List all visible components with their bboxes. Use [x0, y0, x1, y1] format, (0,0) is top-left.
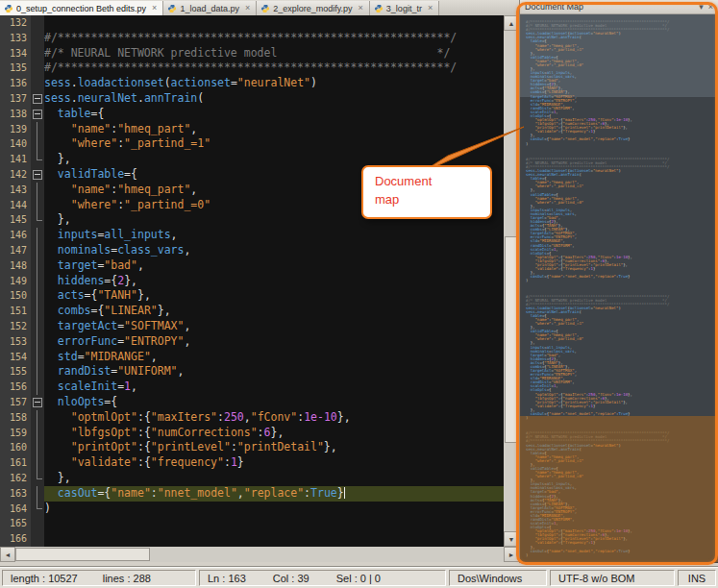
editor-line[interactable]: 156 scaleInit=1, [0, 380, 504, 395]
line-number: 144 [0, 198, 31, 213]
code-text: scaleInit=1, [44, 380, 504, 395]
fold-margin [31, 380, 44, 395]
editor-line[interactable]: 158 "optmlOpt":{"maxIters":250,"fConv":1… [0, 410, 504, 426]
tab-4[interactable]: 3_logit_tr× [370, 1, 439, 15]
scroll-up-button[interactable]: ▲ [504, 15, 519, 31]
editor-line[interactable]: 147 nominals=class_vars, [0, 243, 504, 258]
scroll-up-icon: ▲ [508, 20, 515, 27]
chevron-down-icon[interactable]: ▾ [699, 2, 704, 12]
close-icon[interactable]: × [708, 2, 713, 12]
fold-margin [31, 228, 44, 243]
editor-horizontal-scrollbar[interactable]: ◄ ► [0, 547, 519, 562]
line-number: 137 [0, 91, 31, 107]
editor-line[interactable]: 134#/* NEURAL NETWORK predictive model *… [0, 46, 504, 61]
line-number: 151 [0, 304, 31, 319]
python-file-icon [4, 4, 13, 13]
vertical-scroll-thumb[interactable] [505, 236, 518, 443]
editor-line[interactable]: 152 targetAct="SOFTMAX", [0, 319, 504, 334]
fold-collapse-icon[interactable] [33, 398, 42, 407]
fold-guide-line [37, 228, 37, 243]
code-text [44, 15, 504, 31]
editor-line[interactable]: 157 nloOpts={ [0, 395, 504, 410]
fold-margin[interactable] [31, 107, 44, 122]
editor-line[interactable]: 153 errorFunc="ENTROPY", [0, 334, 504, 350]
status-insert-mode[interactable]: INS [678, 570, 716, 586]
editor-line[interactable]: 148 target="bad", [0, 258, 504, 274]
editor-line[interactable]: 140 "where":"_partind_=1" [0, 136, 504, 152]
fold-guide-line [37, 440, 37, 455]
line-number: 156 [0, 380, 31, 395]
fold-margin[interactable] [31, 167, 44, 183]
fold-guide-line [37, 243, 37, 258]
tab-1[interactable]: 0_setup_connection Beth edits.py× [0, 1, 163, 15]
editor-line[interactable]: 139 "name":"hmeq_part", [0, 122, 504, 137]
fold-collapse-icon[interactable] [33, 170, 42, 180]
editor-line[interactable]: 151 combs={"LINEAR"}, [0, 304, 504, 319]
tab-close-icon[interactable]: × [428, 4, 433, 12]
editor-line[interactable]: 135#/***********************************… [0, 61, 504, 76]
scroll-left-icon: ◄ [5, 551, 12, 558]
editor-line[interactable]: 146 inputs=all_inputs, [0, 228, 504, 243]
line-number: 134 [0, 46, 31, 61]
code-text: target="bad", [44, 258, 504, 274]
fold-margin[interactable] [31, 91, 44, 107]
fold-margin [31, 243, 44, 258]
horizontal-scroll-thumb[interactable] [15, 548, 150, 561]
document-map-body[interactable]: #/**************************************… [520, 14, 718, 563]
editor-line[interactable]: 133#/***********************************… [0, 31, 504, 46]
tab-close-icon[interactable]: × [152, 4, 157, 12]
editor-line[interactable]: 160 "printOpt":{"printLevel":"printDetai… [0, 440, 504, 455]
tab-2[interactable]: 1_load_data.py× [163, 1, 257, 15]
tab-label: 0_setup_connection Beth edits.py [16, 4, 146, 13]
tab-close-icon[interactable]: × [359, 4, 363, 12]
fold-collapse-icon[interactable] [33, 94, 42, 104]
editor-line[interactable]: 161 "validate":{"frequency":1} [0, 455, 504, 471]
editor-line[interactable]: 150 acts={"TANH"}, [0, 288, 504, 304]
document-map-panel[interactable]: Document Map ▾ × #/*********************… [519, 0, 718, 563]
code-text: inputs=all_inputs, [44, 228, 504, 243]
tab-3[interactable]: 2_explore_modify.py× [257, 1, 370, 15]
line-number: 147 [0, 243, 31, 258]
editor-line[interactable]: 138 table={ [0, 107, 504, 122]
editor-line[interactable]: 162 }, [0, 471, 504, 486]
fold-margin [31, 334, 44, 350]
editor-vertical-scrollbar[interactable]: ▲ ▼ [504, 15, 519, 547]
status-eol-format[interactable]: Dos\Windows [449, 570, 547, 586]
editor-line[interactable]: 154 std="MIDRANGE", [0, 350, 504, 365]
scroll-right-button[interactable]: ► [504, 547, 519, 562]
fold-collapse-icon[interactable] [33, 110, 42, 119]
editor-line[interactable]: 132 [0, 15, 504, 31]
fold-margin [31, 122, 44, 137]
editor-line[interactable]: 137sess.neuralNet.annTrain( [0, 91, 504, 107]
fold-guide-line [37, 152, 37, 159]
code-text: hiddens={2}, [44, 274, 504, 289]
status-column: Col : 39 [273, 573, 309, 584]
editor-line[interactable]: 136sess.loadactionset(actionset="neuralN… [0, 76, 504, 91]
status-selection: Sel : 0 | 0 [336, 573, 381, 584]
fold-guide-line [37, 122, 37, 137]
editor-line[interactable]: 155 randDist="UNIFORM", [0, 364, 504, 380]
scroll-down-button[interactable]: ▼ [504, 531, 519, 547]
editor-pane[interactable]: 132133#/********************************… [0, 15, 504, 547]
document-map-titlebar[interactable]: Document Map ▾ × [520, 0, 718, 14]
editor-line[interactable]: 159 "lbfgsOpt":{"numCorrections":6}, [0, 426, 504, 441]
code-text: #/**************************************… [44, 61, 504, 76]
line-number: 148 [0, 258, 31, 274]
fold-margin [31, 136, 44, 152]
editor-line[interactable]: 164) [0, 502, 504, 517]
line-number: 139 [0, 122, 31, 137]
code-text: targetAct="SOFTMAX", [44, 319, 504, 334]
editor-line[interactable]: 166 [0, 531, 504, 547]
line-number: 135 [0, 61, 31, 76]
tab-close-icon[interactable]: × [245, 4, 250, 12]
fold-margin [31, 502, 44, 517]
status-encoding[interactable]: UTF-8 w/o BOM [550, 570, 675, 586]
fold-margin [31, 304, 44, 319]
fold-margin[interactable] [31, 395, 44, 410]
editor-line[interactable]: 163 casOut={"name":"nnet_model","replace… [0, 486, 504, 502]
editor-line[interactable]: 149 hiddens={2}, [0, 274, 504, 289]
editor-line[interactable]: 165 [0, 516, 504, 531]
scroll-left-button[interactable]: ◄ [0, 547, 15, 562]
python-file-icon [374, 4, 384, 13]
fold-guide-line [37, 380, 37, 395]
